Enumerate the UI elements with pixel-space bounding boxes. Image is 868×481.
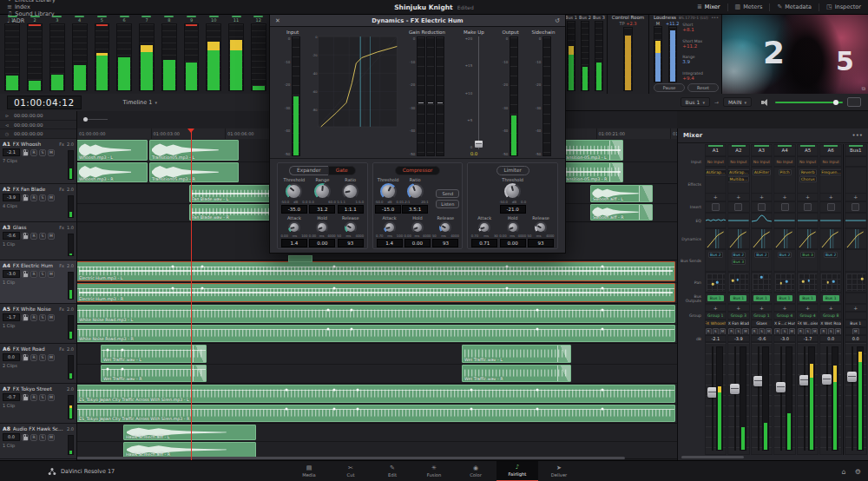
- automation-point[interactable]: [602, 408, 604, 411]
- track-volume[interactable]: -0.6: [3, 232, 20, 240]
- knob-control[interactable]: [314, 183, 331, 200]
- effect-chip[interactable]: Reverb: [799, 169, 817, 175]
- topbar-button-sound-library[interactable]: ♫Sound Library: [0, 10, 62, 17]
- track-header-a2[interactable]: A2FX Fan BladeFx2.0-3.9RSM4 Clips: [0, 184, 76, 222]
- track-header-a3[interactable]: A3GlassFx1.0-0.6RSM1 Clip: [0, 222, 76, 260]
- track-header-a5[interactable]: A5FX White NoiseFx2.0-1.7RSM1 Clip: [0, 304, 76, 344]
- audio-clip[interactable]: Whoosh.mp3 - L: [76, 140, 148, 161]
- s-button[interactable]: S: [39, 194, 46, 201]
- fader-handle[interactable]: [799, 375, 809, 385]
- knob-range[interactable]: Range0.060.031.2: [309, 177, 336, 214]
- eq-curve[interactable]: [845, 213, 867, 228]
- bus-send-chip[interactable]: Bus 2: [778, 252, 792, 258]
- tab-limiter[interactable]: Limiter: [496, 166, 529, 175]
- playhead[interactable]: [191, 128, 192, 460]
- fader-area[interactable]: [819, 342, 842, 455]
- fader-area[interactable]: [705, 342, 727, 455]
- m-button[interactable]: M: [789, 328, 795, 335]
- add-bus-button[interactable]: +: [727, 304, 750, 312]
- eq-curve[interactable]: [773, 213, 796, 228]
- dynamics-curve[interactable]: [819, 228, 842, 249]
- effect-chip[interactable]: AUFilter: [753, 169, 772, 175]
- track-volume[interactable]: -1.7: [3, 313, 20, 321]
- track-header-a7[interactable]: A7FX Tokyo Street2.0-0.7RSM1 Clip: [0, 384, 76, 424]
- makeup-slider[interactable]: [475, 36, 483, 149]
- dynamics-curve[interactable]: [705, 228, 727, 249]
- s-button[interactable]: S: [39, 394, 46, 401]
- track-volume[interactable]: 0.0: [3, 353, 20, 361]
- track-volume[interactable]: -3.0: [3, 270, 20, 278]
- page-tab-deliver[interactable]: ➤Deliver: [538, 461, 580, 481]
- page-tab-fusion[interactable]: ✳Fusion: [413, 461, 455, 481]
- pan-control[interactable]: [773, 272, 796, 293]
- bus-output-chip[interactable]: Bus 1: [777, 295, 793, 301]
- automation-point[interactable]: [172, 287, 174, 289]
- page-tab-color[interactable]: ◉Color: [455, 461, 496, 481]
- dynamics-curve[interactable]: [751, 228, 773, 249]
- r-button[interactable]: R: [30, 354, 37, 361]
- knob-control[interactable]: [504, 183, 521, 200]
- s-button[interactable]: S: [39, 233, 46, 240]
- settings-icon[interactable]: ⚙: [855, 468, 861, 476]
- add-bus-button[interactable]: +: [797, 304, 819, 312]
- add-effect-button[interactable]: +: [774, 193, 795, 201]
- automation-point[interactable]: [285, 408, 287, 411]
- knob-attack[interactable]: Attack0.00ms1001.4: [280, 215, 307, 247]
- automation-point[interactable]: [602, 266, 604, 268]
- topbar-button-inspector[interactable]: ◳Inspector: [819, 0, 868, 14]
- s-button[interactable]: S: [39, 314, 46, 321]
- knob-control[interactable]: [286, 183, 302, 200]
- knob-control[interactable]: [407, 183, 424, 200]
- r-button[interactable]: R: [706, 328, 712, 335]
- track-lane-a5[interactable]: White Noise Road.mp3 - LWhite Noise Road…: [76, 304, 677, 344]
- reset-icon[interactable]: ↺: [555, 17, 560, 24]
- track-lane-a7[interactable]: ES_Tokyo Japan City Traffic Across With …: [76, 384, 677, 424]
- effect-chip[interactable]: Multiba...: [727, 176, 749, 182]
- insert-toggle[interactable]: [712, 203, 720, 211]
- knob-control[interactable]: [288, 221, 300, 234]
- lock-button[interactable]: [22, 394, 29, 401]
- group-label[interactable]: Group 4: [799, 313, 815, 318]
- automation-point[interactable]: [536, 408, 538, 411]
- automation-point[interactable]: [122, 368, 124, 371]
- zoom-slider-handle[interactable]: [83, 117, 88, 122]
- bus-output-chip[interactable]: Bus 1: [730, 295, 746, 301]
- send-button[interactable]: Send: [436, 189, 459, 198]
- automation-point[interactable]: [536, 388, 538, 391]
- knob-hold[interactable]: Hold0.00ms40000.00: [499, 215, 526, 247]
- add-effect-button[interactable]: +: [845, 193, 866, 201]
- effect-chip[interactable]: AUGrap...: [705, 169, 727, 175]
- m-button[interactable]: M: [48, 233, 55, 240]
- knob-control[interactable]: [411, 221, 424, 234]
- group-label[interactable]: Group 8: [823, 313, 838, 318]
- eq-curve[interactable]: [727, 213, 750, 228]
- fader-area[interactable]: [773, 342, 796, 455]
- bus-output-chip[interactable]: Bus 1: [753, 295, 770, 301]
- m-button[interactable]: M: [48, 394, 55, 401]
- automation-point[interactable]: [506, 266, 509, 268]
- knob-control[interactable]: [535, 221, 547, 234]
- fader-handle[interactable]: [822, 374, 832, 385]
- bus-output-chip[interactable]: Bus 1: [799, 295, 816, 301]
- knob-control[interactable]: [316, 221, 328, 234]
- automation-point[interactable]: [122, 348, 124, 351]
- audio-clip[interactable]: Transition05.mp3 - L: [149, 140, 239, 161]
- lock-button[interactable]: [22, 194, 29, 201]
- dynamics-curve[interactable]: [727, 228, 750, 249]
- automation-point[interactable]: [326, 328, 329, 331]
- automation-point[interactable]: [536, 328, 538, 331]
- eq-curve[interactable]: [705, 213, 727, 228]
- timeline-scrollbar[interactable]: [76, 457, 625, 459]
- track-volume[interactable]: -0.7: [3, 393, 20, 401]
- r-button[interactable]: R: [30, 394, 37, 401]
- automation-point[interactable]: [602, 328, 604, 331]
- r-button[interactable]: R: [30, 314, 37, 321]
- group-label[interactable]: Group 1: [753, 313, 769, 318]
- r-button[interactable]: R: [30, 434, 37, 441]
- input-slot[interactable]: No Input: [819, 156, 842, 167]
- m-button[interactable]: M: [48, 354, 55, 361]
- fader-area[interactable]: [727, 342, 750, 455]
- dynamics-curve[interactable]: [773, 228, 796, 249]
- lock-button[interactable]: [22, 354, 29, 361]
- lock-button[interactable]: [22, 233, 29, 240]
